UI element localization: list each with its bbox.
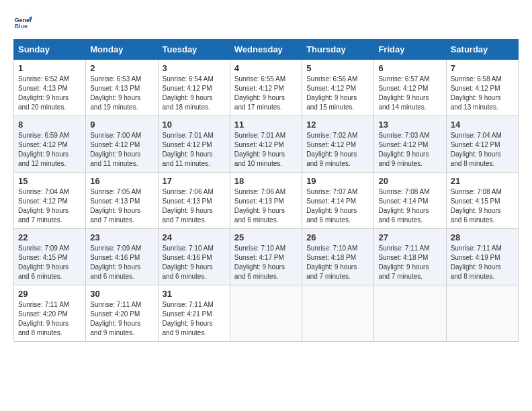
- day-info: Sunrise: 7:11 AMSunset: 4:19 PMDaylight:…: [451, 244, 502, 280]
- day-number: 21: [451, 176, 514, 186]
- day-number: 27: [378, 232, 441, 242]
- calendar-cell: 26 Sunrise: 7:10 AMSunset: 4:18 PMDaylig…: [302, 229, 374, 285]
- day-info: Sunrise: 7:09 AMSunset: 4:16 PMDaylight:…: [90, 244, 141, 280]
- calendar-week-3: 15 Sunrise: 7:04 AMSunset: 4:12 PMDaylig…: [14, 173, 519, 229]
- day-info: Sunrise: 7:05 AMSunset: 4:13 PMDaylight:…: [90, 188, 141, 224]
- calendar-week-1: 1 Sunrise: 6:52 AMSunset: 4:13 PMDayligh…: [14, 60, 519, 116]
- calendar-cell: 1 Sunrise: 6:52 AMSunset: 4:13 PMDayligh…: [14, 60, 86, 116]
- calendar-cell: 10 Sunrise: 7:01 AMSunset: 4:12 PMDaylig…: [158, 116, 230, 173]
- day-info: Sunrise: 7:04 AMSunset: 4:12 PMDaylight:…: [451, 132, 502, 167]
- calendar-cell: [374, 285, 446, 342]
- calendar-cell: 2 Sunrise: 6:53 AMSunset: 4:13 PMDayligh…: [86, 60, 158, 116]
- calendar-cell: 6 Sunrise: 6:57 AMSunset: 4:12 PMDayligh…: [374, 60, 446, 116]
- calendar-cell: 8 Sunrise: 6:59 AMSunset: 4:12 PMDayligh…: [14, 116, 86, 173]
- calendar-cell: [302, 285, 374, 342]
- day-number: 16: [90, 176, 153, 186]
- header-monday: Monday: [86, 40, 158, 60]
- day-number: 23: [90, 232, 153, 242]
- day-info: Sunrise: 7:11 AMSunset: 4:20 PMDaylight:…: [18, 301, 69, 336]
- day-number: 3: [163, 63, 226, 73]
- calendar-header-row: SundayMondayTuesdayWednesdayThursdayFrid…: [14, 40, 519, 60]
- day-info: Sunrise: 7:08 AMSunset: 4:15 PMDaylight:…: [451, 188, 502, 224]
- day-info: Sunrise: 6:57 AMSunset: 4:12 PMDaylight:…: [378, 75, 429, 111]
- calendar-cell: 30 Sunrise: 7:11 AMSunset: 4:20 PMDaylig…: [86, 285, 158, 342]
- day-number: 13: [378, 120, 441, 130]
- calendar-week-2: 8 Sunrise: 6:59 AMSunset: 4:12 PMDayligh…: [14, 116, 519, 173]
- calendar-week-4: 22 Sunrise: 7:09 AMSunset: 4:15 PMDaylig…: [14, 229, 519, 285]
- svg-text:Blue: Blue: [14, 23, 28, 30]
- header-sunday: Sunday: [14, 40, 86, 60]
- day-info: Sunrise: 7:06 AMSunset: 4:13 PMDaylight:…: [234, 188, 285, 224]
- day-info: Sunrise: 6:56 AMSunset: 4:12 PMDaylight:…: [306, 75, 357, 111]
- day-number: 20: [378, 176, 441, 186]
- day-number: 6: [378, 63, 441, 73]
- day-info: Sunrise: 7:07 AMSunset: 4:14 PMDaylight:…: [306, 188, 357, 224]
- calendar-cell: 16 Sunrise: 7:05 AMSunset: 4:13 PMDaylig…: [86, 173, 158, 229]
- calendar-cell: 15 Sunrise: 7:04 AMSunset: 4:12 PMDaylig…: [14, 173, 86, 229]
- day-number: 4: [234, 63, 298, 73]
- day-info: Sunrise: 7:08 AMSunset: 4:14 PMDaylight:…: [378, 188, 429, 224]
- day-info: Sunrise: 7:11 AMSunset: 4:18 PMDaylight:…: [378, 244, 429, 280]
- calendar-cell: 31 Sunrise: 7:11 AMSunset: 4:21 PMDaylig…: [158, 285, 230, 342]
- day-info: Sunrise: 7:09 AMSunset: 4:15 PMDaylight:…: [18, 244, 69, 280]
- header-friday: Friday: [374, 40, 446, 60]
- day-info: Sunrise: 6:59 AMSunset: 4:12 PMDaylight:…: [18, 132, 69, 167]
- page-header: General Blue: [13, 13, 519, 32]
- day-number: 19: [306, 176, 369, 186]
- day-number: 12: [306, 120, 369, 130]
- day-info: Sunrise: 7:10 AMSunset: 4:18 PMDaylight:…: [306, 244, 357, 280]
- calendar-cell: 3 Sunrise: 6:54 AMSunset: 4:12 PMDayligh…: [158, 60, 230, 116]
- calendar-week-5: 29 Sunrise: 7:11 AMSunset: 4:20 PMDaylig…: [14, 285, 519, 342]
- day-number: 5: [306, 63, 369, 73]
- calendar-cell: 27 Sunrise: 7:11 AMSunset: 4:18 PMDaylig…: [374, 229, 446, 285]
- calendar-cell: [230, 285, 302, 342]
- calendar-cell: 23 Sunrise: 7:09 AMSunset: 4:16 PMDaylig…: [86, 229, 158, 285]
- calendar-cell: 29 Sunrise: 7:11 AMSunset: 4:20 PMDaylig…: [14, 285, 86, 342]
- calendar-cell: 5 Sunrise: 6:56 AMSunset: 4:12 PMDayligh…: [302, 60, 374, 116]
- logo: General Blue: [13, 13, 35, 32]
- day-info: Sunrise: 6:52 AMSunset: 4:13 PMDaylight:…: [18, 75, 69, 111]
- calendar-cell: 25 Sunrise: 7:10 AMSunset: 4:17 PMDaylig…: [230, 229, 302, 285]
- day-number: 24: [163, 232, 226, 242]
- day-number: 7: [451, 63, 514, 73]
- day-info: Sunrise: 7:11 AMSunset: 4:21 PMDaylight:…: [163, 301, 214, 336]
- day-info: Sunrise: 7:01 AMSunset: 4:12 PMDaylight:…: [163, 132, 214, 167]
- calendar-cell: 7 Sunrise: 6:58 AMSunset: 4:12 PMDayligh…: [446, 60, 518, 116]
- day-info: Sunrise: 7:01 AMSunset: 4:12 PMDaylight:…: [234, 132, 285, 167]
- day-number: 18: [234, 176, 298, 186]
- day-number: 28: [451, 232, 514, 242]
- header-wednesday: Wednesday: [230, 40, 302, 60]
- calendar-cell: 11 Sunrise: 7:01 AMSunset: 4:12 PMDaylig…: [230, 116, 302, 173]
- calendar-cell: 24 Sunrise: 7:10 AMSunset: 4:16 PMDaylig…: [158, 229, 230, 285]
- header-tuesday: Tuesday: [158, 40, 230, 60]
- calendar-cell: 21 Sunrise: 7:08 AMSunset: 4:15 PMDaylig…: [446, 173, 518, 229]
- day-info: Sunrise: 7:00 AMSunset: 4:12 PMDaylight:…: [90, 132, 141, 167]
- calendar-cell: 14 Sunrise: 7:04 AMSunset: 4:12 PMDaylig…: [446, 116, 518, 173]
- day-info: Sunrise: 6:53 AMSunset: 4:13 PMDaylight:…: [90, 75, 141, 111]
- calendar-cell: 12 Sunrise: 7:02 AMSunset: 4:12 PMDaylig…: [302, 116, 374, 173]
- day-info: Sunrise: 7:06 AMSunset: 4:13 PMDaylight:…: [163, 188, 214, 224]
- calendar-cell: 17 Sunrise: 7:06 AMSunset: 4:13 PMDaylig…: [158, 173, 230, 229]
- day-number: 22: [18, 232, 81, 242]
- day-number: 8: [18, 120, 81, 130]
- header-saturday: Saturday: [446, 40, 518, 60]
- header-thursday: Thursday: [302, 40, 374, 60]
- day-number: 9: [90, 120, 153, 130]
- logo-icon: General Blue: [13, 13, 32, 32]
- day-number: 17: [163, 176, 226, 186]
- day-info: Sunrise: 6:55 AMSunset: 4:12 PMDaylight:…: [234, 75, 285, 111]
- day-info: Sunrise: 7:03 AMSunset: 4:12 PMDaylight:…: [378, 132, 429, 167]
- day-number: 25: [234, 232, 298, 242]
- day-info: Sunrise: 7:04 AMSunset: 4:12 PMDaylight:…: [18, 188, 69, 224]
- day-number: 31: [163, 289, 226, 299]
- calendar-cell: 19 Sunrise: 7:07 AMSunset: 4:14 PMDaylig…: [302, 173, 374, 229]
- day-number: 30: [90, 289, 153, 299]
- day-number: 26: [306, 232, 369, 242]
- calendar-table: SundayMondayTuesdayWednesdayThursdayFrid…: [13, 39, 519, 342]
- day-number: 14: [451, 120, 514, 130]
- day-number: 1: [18, 63, 81, 73]
- calendar-cell: 4 Sunrise: 6:55 AMSunset: 4:12 PMDayligh…: [230, 60, 302, 116]
- calendar-cell: 9 Sunrise: 7:00 AMSunset: 4:12 PMDayligh…: [86, 116, 158, 173]
- day-number: 11: [234, 120, 298, 130]
- day-info: Sunrise: 7:11 AMSunset: 4:20 PMDaylight:…: [90, 301, 141, 336]
